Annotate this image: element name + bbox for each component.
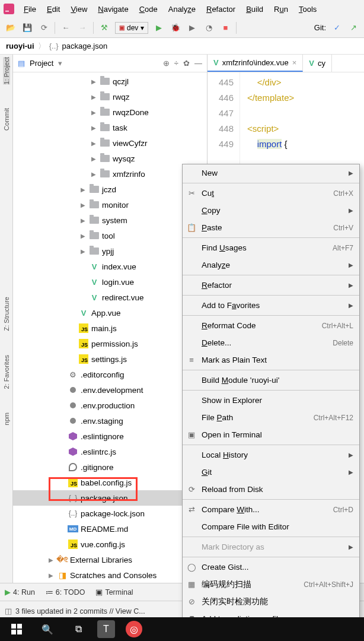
back-icon[interactable]: ←: [60, 22, 72, 34]
app-t-icon[interactable]: T: [97, 620, 115, 638]
expand-arrow-icon[interactable]: ▶: [79, 233, 87, 239]
debug-icon[interactable]: 🐞: [170, 22, 181, 34]
tree-item[interactable]: ▶monitor: [13, 197, 207, 212]
context-menu-item[interactable]: ≡Mark as Plain Text: [183, 351, 359, 369]
context-menu-item[interactable]: Show in Explorer: [183, 392, 359, 409]
tree-item[interactable]: ▶tool: [13, 228, 207, 243]
expand-arrow-icon[interactable]: ▶: [90, 94, 97, 100]
menu-analyze[interactable]: Analyze: [164, 2, 200, 16]
project-title[interactable]: Project: [30, 59, 53, 68]
tree-item[interactable]: Vlogin.vue: [13, 274, 207, 290]
expand-arrow-icon[interactable]: ▶: [79, 217, 87, 224]
tree-item[interactable]: JSbabel.config.js: [13, 475, 207, 490]
context-menu-item[interactable]: Local History▶: [183, 446, 359, 464]
start-button[interactable]: [5, 617, 28, 641]
context-menu-item[interactable]: Add to Favorites▶: [183, 297, 359, 314]
project-tree[interactable]: ▶qczjl▶rwqz▶rwqzDone▶task▶viewCyfzr▶wysq…: [13, 72, 207, 603]
hide-icon[interactable]: —: [194, 59, 202, 68]
status-icon[interactable]: ◫: [5, 607, 12, 615]
profile-icon[interactable]: ◔: [203, 22, 215, 34]
menu-navigate[interactable]: Navigate: [93, 2, 133, 16]
menu-tools[interactable]: Tools: [294, 2, 321, 16]
tree-item[interactable]: .eslintignore: [13, 429, 207, 444]
coverage-icon[interactable]: ▶: [186, 22, 198, 34]
run-icon[interactable]: ▶: [153, 22, 165, 34]
dropdown-icon[interactable]: ▾: [58, 59, 62, 68]
terminal-tool-tab[interactable]: ▣Terminal: [95, 588, 133, 596]
tree-item[interactable]: VApp.vue: [13, 305, 207, 320]
tree-item[interactable]: ▶◨Scratches and Consoles: [13, 567, 207, 583]
context-menu-item[interactable]: New▶: [183, 164, 359, 182]
context-menu-item[interactable]: Delete...Delete: [183, 334, 359, 351]
context-menu-item[interactable]: Git▶: [183, 464, 359, 481]
expand-arrow-icon[interactable]: ▶: [90, 140, 97, 147]
tree-item[interactable]: .env.development: [13, 382, 207, 398]
tab-commit[interactable]: Commit: [3, 108, 10, 131]
tree-item[interactable]: ▶qczjl: [13, 74, 207, 89]
task-view-icon[interactable]: ⧉: [66, 617, 90, 641]
settings-icon[interactable]: ✿: [183, 59, 190, 68]
tree-item[interactable]: ▶rwqzDone: [13, 104, 207, 120]
save-icon[interactable]: 💾: [21, 22, 33, 34]
search-icon[interactable]: 🔍: [36, 617, 59, 641]
expand-arrow-icon[interactable]: ▶: [90, 109, 97, 116]
tree-item[interactable]: ▶�⅊External Libraries: [13, 552, 207, 567]
context-menu-item[interactable]: ◯Create Gist...: [183, 559, 359, 576]
context-menu-item[interactable]: Find UsagesAlt+F7: [183, 239, 359, 256]
breadcrumb-root[interactable]: ruoyi-ui: [6, 42, 34, 50]
expand-arrow-icon[interactable]: ▶: [90, 156, 97, 162]
git-update-icon[interactable]: ✓: [331, 22, 343, 34]
expand-arrow-icon[interactable]: ▶: [47, 572, 55, 579]
context-menu-item[interactable]: ⇄Compare With...Ctrl+D: [183, 501, 359, 518]
todo-tool-tab[interactable]: ≔6: TODO: [46, 588, 85, 596]
menu-build[interactable]: Build: [241, 2, 268, 16]
tree-item[interactable]: .gitignore: [13, 459, 207, 475]
editor-tab-2[interactable]: V cy: [303, 55, 332, 72]
sync-icon[interactable]: ⟳: [38, 22, 50, 34]
tab-project[interactable]: 1: Project: [3, 57, 10, 84]
menu-edit[interactable]: Edit: [42, 2, 65, 16]
tree-item[interactable]: .env.staging: [13, 413, 207, 429]
context-menu-item[interactable]: 📋PasteCtrl+V: [183, 219, 359, 236]
tab-structure[interactable]: Z: Structure: [3, 297, 10, 331]
tree-item[interactable]: JSpermission.js: [13, 336, 207, 351]
tree-item[interactable]: ▶viewCyfzr: [13, 135, 207, 151]
tree-item[interactable]: JSmain.js: [13, 320, 207, 336]
expand-arrow-icon[interactable]: ▶: [90, 125, 97, 131]
run-tool-tab[interactable]: ▶4: Run: [5, 588, 35, 596]
run-config-selector[interactable]: ▣ dev ▾: [115, 22, 148, 34]
forward-icon[interactable]: →: [76, 22, 88, 34]
hammer-icon[interactable]: ⚒: [98, 22, 110, 34]
tree-item[interactable]: ▶task: [13, 120, 207, 135]
expand-arrow-icon[interactable]: ▶: [79, 202, 87, 208]
close-icon[interactable]: ×: [292, 58, 297, 67]
menu-refactor[interactable]: Refactor: [202, 2, 240, 16]
editor-tab-1[interactable]: V xmfzrinfo\index.vue ×: [207, 55, 303, 72]
tree-item[interactable]: JSsettings.js: [13, 351, 207, 367]
menu-view[interactable]: View: [66, 2, 92, 16]
open-icon[interactable]: 📂: [5, 22, 17, 34]
tree-item[interactable]: ▶rwqz: [13, 89, 207, 104]
target-icon[interactable]: ⊕: [163, 59, 170, 68]
tree-item[interactable]: Vredirect.vue: [13, 290, 207, 305]
tree-item[interactable]: .eslintrc.js: [13, 444, 207, 459]
context-menu-item[interactable]: ⊘关闭实时检测功能: [183, 593, 359, 610]
context-menu-item[interactable]: Build Module 'ruoyi-ui': [183, 372, 359, 389]
tree-item[interactable]: Vindex.vue: [13, 259, 207, 274]
context-menu-item[interactable]: Compare File with Editor: [183, 518, 359, 535]
tab-npm[interactable]: npm: [3, 412, 10, 425]
expand-arrow-icon[interactable]: ▶: [79, 248, 87, 255]
tree-item[interactable]: {..}package-lock.json: [13, 506, 207, 521]
expand-arrow-icon[interactable]: ▶: [79, 186, 87, 193]
context-menu-item[interactable]: Copy▶: [183, 202, 359, 219]
tree-item[interactable]: ⚙.editorconfig: [13, 367, 207, 382]
tree-item[interactable]: MDREADME.md: [13, 521, 207, 537]
tree-item[interactable]: {..}package.json: [13, 490, 207, 506]
context-menu-item[interactable]: Refactor▶: [183, 277, 359, 294]
app-red-icon[interactable]: ◎: [122, 617, 146, 641]
tree-item[interactable]: .env.production: [13, 398, 207, 413]
tab-favorites[interactable]: 2: Favorites: [3, 355, 10, 389]
context-menu-item[interactable]: Reformat CodeCtrl+Alt+L: [183, 317, 359, 334]
expand-arrow-icon[interactable]: ▶: [90, 171, 97, 177]
context-menu-item[interactable]: ✂CutCtrl+X: [183, 185, 359, 202]
